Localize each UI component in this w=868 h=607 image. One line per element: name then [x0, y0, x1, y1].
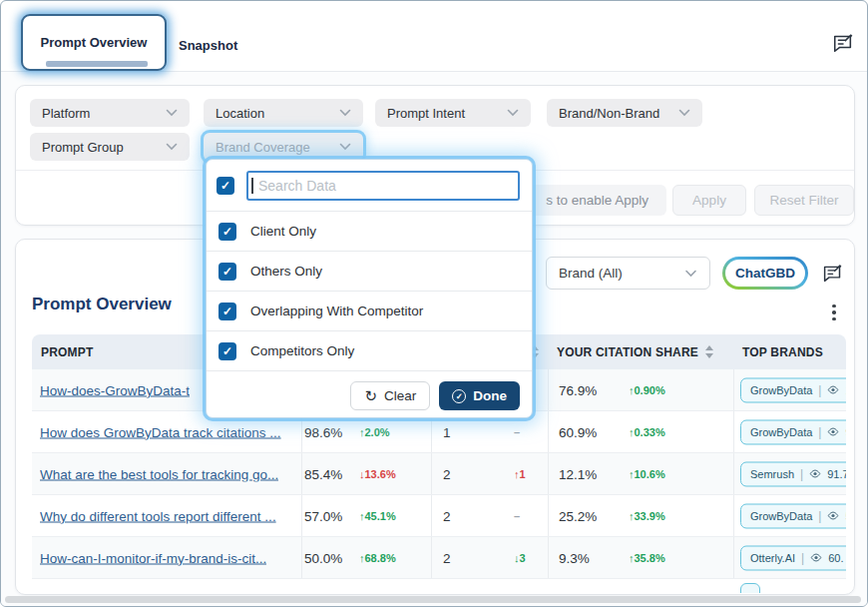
filter-prompt-group-label: Prompt Group: [42, 140, 124, 155]
top-brand-name: Semrush: [750, 468, 794, 480]
top-brand-cell: Semrush|91.7: [733, 453, 846, 494]
chatgbd-button[interactable]: ChatGBD: [722, 257, 808, 290]
filter-location-label: Location: [216, 106, 264, 121]
tab-snapshot-label: Snapshot: [179, 38, 237, 53]
filter-prompt-intent-label: Prompt Intent: [387, 106, 465, 121]
brand-select[interactable]: Brand (All): [546, 257, 710, 290]
checkbox-overlapping-with-competitor[interactable]: ✓: [218, 303, 236, 320]
prompt-link[interactable]: What are the best tools for tracking go.…: [40, 466, 278, 481]
filter-platform[interactable]: Platform: [30, 99, 190, 127]
checkbox-client-only[interactable]: ✓: [218, 223, 236, 241]
filter-location[interactable]: Location: [204, 99, 363, 127]
eye-icon: [810, 552, 822, 564]
tab-active-indicator: [46, 61, 148, 67]
filter-brand-non-brand[interactable]: Brand/Non-Brand: [547, 99, 702, 127]
top-brand-views: 60.: [828, 552, 843, 564]
column-header-label: PROMPT: [41, 345, 94, 359]
eye-icon: [827, 510, 839, 522]
select-all-checkbox[interactable]: ✓: [217, 177, 234, 195]
top-brand-badge: GrowByData|1: [740, 377, 846, 402]
citation-share-value: 12.1%: [559, 466, 597, 481]
compose-chat-icon[interactable]: [832, 32, 854, 54]
checkbox-competitors-only[interactable]: ✓: [218, 342, 236, 360]
clear-button[interactable]: ↻ Clear: [350, 381, 430, 410]
top-brand-name: Otterly.AI: [750, 552, 795, 564]
column-header-your-citation-share[interactable]: YOUR CITATION SHARE: [548, 334, 733, 369]
search-data-input[interactable]: [246, 171, 520, 201]
checkbox-others-only[interactable]: ✓: [218, 263, 236, 281]
top-brand-cell: GrowByData|9: [733, 411, 846, 452]
brand-coverage-dropdown: ✓ ✓Client Only✓Others Only✓Overlapping W…: [206, 159, 533, 418]
tab-snapshot[interactable]: Snapshot: [179, 35, 237, 55]
visibility-delta: ↓13.6%: [359, 468, 396, 480]
prompt-link[interactable]: Why do different tools report different …: [40, 508, 276, 523]
reset-filter-button[interactable]: Reset Filter: [754, 185, 854, 216]
tab-prompt-overview[interactable]: Prompt Overview: [21, 14, 167, 71]
option-label-overlapping-with-competitor: Overlapping With Competitor: [250, 304, 423, 318]
done-button-label: Done: [473, 388, 507, 403]
top-brand-name: GrowByData: [750, 510, 812, 522]
horizontal-scrollbar[interactable]: [5, 596, 861, 603]
table-row: What are the best tools for tracking go.…: [32, 453, 846, 495]
option-label-competitors-only: Competitors Only: [250, 343, 354, 358]
prompt-link[interactable]: How does GrowByData track citations ...: [40, 424, 281, 439]
filter-brand-coverage[interactable]: Brand Coverage: [204, 133, 363, 161]
dropdown-footer: ↻ Clear ✓ Done: [207, 371, 532, 410]
dropdown-search-row: ✓: [207, 160, 532, 212]
chevron-down-icon: [507, 109, 519, 117]
column-separator: [548, 411, 549, 452]
citation-share-value: 76.9%: [559, 382, 597, 397]
chevron-down-icon: [678, 109, 690, 117]
top-brand-badge: Semrush|91.7: [740, 461, 846, 486]
filter-prompt-group[interactable]: Prompt Group: [30, 133, 190, 161]
option-competitors-only[interactable]: ✓Competitors Only: [207, 331, 532, 371]
table-row: Why do different tools report different …: [32, 495, 846, 537]
visibility-delta: ↑45.1%: [359, 510, 396, 522]
sort-icon: [705, 345, 713, 358]
option-others-only[interactable]: ✓Others Only: [207, 252, 532, 292]
column-header-label: TOP BRANDS: [742, 345, 823, 359]
citation-share-delta: ↑35.8%: [629, 552, 665, 564]
column-separator: [301, 453, 302, 494]
clear-button-label: Clear: [384, 388, 416, 403]
option-client-only[interactable]: ✓Client Only: [207, 212, 532, 252]
done-button[interactable]: ✓ Done: [439, 381, 520, 410]
text-cursor: [251, 178, 253, 194]
filter-prompt-intent[interactable]: Prompt Intent: [375, 99, 531, 127]
apply-button[interactable]: Apply: [672, 185, 746, 216]
compose-chat-glyph: [832, 32, 854, 54]
dropdown-options: ✓Client Only✓Others Only✓Overlapping Wit…: [207, 212, 532, 371]
more-options-icon[interactable]: [826, 302, 842, 323]
citation-share-delta: ↑0.90%: [629, 384, 665, 396]
citation-share-value: 60.9%: [559, 424, 597, 439]
top-brand-views: 9: [845, 426, 846, 438]
top-brand-views: 91.7: [827, 468, 846, 480]
badge-separator: |: [818, 383, 821, 397]
rank-delta: ↑1: [514, 468, 526, 480]
badge-separator: |: [818, 425, 821, 439]
table-row: How-can-I-monitor-if-my-brand-is-cit...5…: [32, 537, 846, 579]
column-header-top-brands: TOP BRANDS: [733, 334, 846, 369]
chat-icon[interactable]: [822, 263, 843, 284]
prompt-link[interactable]: How-can-I-monitor-if-my-brand-is-cit...: [40, 550, 266, 565]
visibility-delta: ↑2.0%: [359, 426, 390, 438]
visibility-value: 57.0%: [304, 508, 342, 523]
eye-icon: [827, 384, 839, 396]
top-brand-badge: GrowByData|5: [740, 503, 846, 528]
chevron-down-icon: [684, 270, 697, 278]
column-separator: [431, 453, 432, 494]
chevron-down-icon: [166, 143, 178, 151]
citation-share-value: 25.2%: [559, 508, 597, 523]
filter-brand-non-brand-label: Brand/Non-Brand: [559, 106, 659, 121]
chevron-down-icon: [339, 143, 351, 151]
prompt-link[interactable]: How-does-GrowByData-t: [40, 382, 190, 397]
column-separator: [431, 495, 432, 536]
top-brand-cell: [733, 579, 846, 593]
eye-icon: [827, 426, 839, 438]
chevron-down-icon: [339, 109, 351, 117]
top-brand-name: GrowByData: [750, 426, 812, 438]
column-separator: [301, 537, 302, 578]
option-overlapping-with-competitor[interactable]: ✓Overlapping With Competitor: [207, 292, 532, 331]
dashboard-window: Prompt Overview Snapshot s to enable App…: [0, 0, 868, 607]
rank-value: 1: [443, 424, 451, 439]
